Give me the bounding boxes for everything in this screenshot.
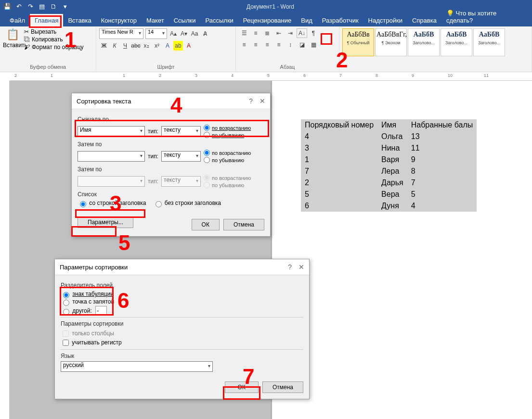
underline-button[interactable]: Ч bbox=[120, 41, 130, 51]
align-left-icon[interactable]: ≡ bbox=[239, 40, 249, 50]
table-row[interactable]: 2Дарья7 bbox=[301, 177, 477, 189]
case-check[interactable]: учитывать регистр bbox=[61, 339, 122, 346]
close-icon[interactable]: ✕ bbox=[260, 97, 265, 105]
lang-select[interactable]: русский bbox=[61, 361, 213, 372]
table-header: Набранные балы bbox=[407, 119, 477, 131]
sort2-desc-radio[interactable]: по убыванию bbox=[204, 157, 251, 163]
quick-print-icon[interactable]: ▤ bbox=[38, 2, 46, 11]
font-name-select[interactable]: Times New R bbox=[99, 28, 143, 39]
tab-insert[interactable]: Вставка bbox=[63, 14, 96, 26]
sort-field2-select[interactable] bbox=[78, 151, 145, 162]
help-icon[interactable]: ? bbox=[288, 263, 292, 271]
table-row[interactable]: 7Лера8 bbox=[301, 165, 477, 177]
align-center-icon[interactable]: ≡ bbox=[250, 40, 261, 50]
sort-button[interactable]: A↓ bbox=[297, 28, 307, 38]
sort-options-button[interactable]: Параметры... bbox=[78, 216, 133, 228]
no-header-radio[interactable]: без строки заголовка bbox=[153, 200, 221, 207]
sep-tab-radio[interactable]: знак табуляции bbox=[61, 291, 114, 297]
sort3-desc-label: по убыванию bbox=[212, 182, 244, 188]
decrease-indent-icon[interactable]: ⇤ bbox=[273, 28, 284, 38]
paste-button[interactable]: 📋 Вставить bbox=[3, 28, 22, 49]
document-table[interactable]: Порядковый номерИмяНабранные балы4Ольга1… bbox=[301, 119, 477, 212]
tab-help[interactable]: Справка bbox=[407, 14, 441, 26]
text-effects-icon[interactable]: A bbox=[163, 41, 172, 51]
show-marks-icon[interactable]: ¶ bbox=[308, 28, 319, 38]
grow-font-icon[interactable]: A▴ bbox=[169, 28, 178, 39]
style-item[interactable]: АаБбВЗаголово... bbox=[473, 28, 505, 56]
tab-file[interactable]: Файл bbox=[5, 14, 30, 26]
copy-button[interactable]: ⿻ Копировать bbox=[24, 36, 84, 43]
table-row[interactable]: 6Дуня4 bbox=[301, 200, 477, 212]
table-row[interactable]: 1Варя9 bbox=[301, 154, 477, 165]
dialog-sort-titlebar[interactable]: Сортировка текста ? ✕ bbox=[72, 93, 270, 109]
redo-icon[interactable]: ↷ bbox=[26, 2, 35, 11]
cut-button[interactable]: ✂ Вырезать bbox=[24, 28, 84, 35]
increase-indent-icon[interactable]: ⇥ bbox=[285, 28, 296, 38]
table-row[interactable]: 5Вера5 bbox=[301, 189, 477, 200]
superscript-button[interactable]: x² bbox=[152, 41, 162, 51]
line-spacing-icon[interactable]: ↕ bbox=[285, 40, 296, 50]
tab-view[interactable]: Вид bbox=[296, 14, 317, 26]
change-case-icon[interactable]: Aa bbox=[190, 28, 199, 39]
ruler-horizontal[interactable]: 211234567891011 bbox=[10, 72, 532, 81]
tab-mailings[interactable]: Рассылки bbox=[200, 14, 238, 26]
italic-button[interactable]: К bbox=[110, 41, 119, 51]
sort-type2-select[interactable]: тексту bbox=[161, 151, 201, 162]
sort1-desc-radio[interactable]: по убыванию bbox=[204, 132, 251, 138]
bold-button[interactable]: Ж bbox=[99, 41, 109, 51]
sort-desc-label: по убыванию bbox=[212, 132, 244, 138]
close-icon[interactable]: ✕ bbox=[298, 263, 304, 271]
tab-addins[interactable]: Надстройки bbox=[363, 14, 407, 26]
style-item[interactable]: АаБбВв¶ Обычный bbox=[342, 28, 374, 56]
sep-other-input[interactable] bbox=[95, 306, 107, 315]
case-label: учитывать регистр bbox=[72, 339, 121, 346]
tab-review[interactable]: Рецензирование bbox=[238, 14, 296, 26]
format-painter-button[interactable]: 🖌 Формат по образцу bbox=[24, 44, 84, 51]
sort2-asc-radio[interactable]: по возрастанию bbox=[204, 150, 251, 156]
undo-icon[interactable]: ↶ bbox=[14, 2, 23, 11]
sort-ok-button[interactable]: ОК bbox=[192, 219, 220, 230]
strike-button[interactable]: abc bbox=[131, 41, 141, 51]
bullet-list-icon[interactable]: ☰ bbox=[239, 28, 249, 38]
page[interactable]: Порядковый номерИмяНабранные балы4Ольга1… bbox=[272, 81, 532, 419]
qat-dropdown-icon[interactable]: ▾ bbox=[61, 2, 69, 11]
save-icon[interactable]: 💾 bbox=[3, 2, 12, 11]
clear-format-icon[interactable]: A̷ bbox=[201, 28, 209, 39]
borders-icon[interactable]: ▦ bbox=[308, 40, 319, 50]
number-list-icon[interactable]: ≡ bbox=[250, 28, 261, 38]
new-doc-icon[interactable]: 🗋 bbox=[49, 2, 58, 11]
align-right-icon[interactable]: ≡ bbox=[262, 40, 272, 50]
sort1-asc-radio[interactable]: по возрастанию bbox=[204, 125, 251, 131]
style-item[interactable]: АаБбВЗаголово... bbox=[441, 28, 472, 56]
options-ok-button[interactable]: ОК bbox=[225, 381, 259, 393]
highlight-icon[interactable]: ab bbox=[173, 41, 183, 51]
multilevel-list-icon[interactable]: ≣ bbox=[262, 28, 272, 38]
options-cancel-button[interactable]: Отмена bbox=[262, 381, 303, 393]
tab-layout[interactable]: Макет bbox=[142, 14, 169, 26]
help-icon[interactable]: ? bbox=[249, 97, 253, 105]
tellme-label: Что вы хотите сделать? bbox=[446, 10, 496, 24]
dialog-options-titlebar[interactable]: Параметры сортировки ? ✕ bbox=[55, 259, 309, 275]
ruler-vertical[interactable] bbox=[0, 81, 10, 419]
font-size-select[interactable]: 14 bbox=[145, 28, 167, 39]
font-color-icon[interactable]: A bbox=[184, 41, 194, 51]
justify-icon[interactable]: ≡ bbox=[273, 40, 284, 50]
tab-developer[interactable]: Разработчик bbox=[317, 14, 363, 26]
tab-references[interactable]: Ссылки bbox=[169, 14, 201, 26]
sep-semicolon-radio[interactable]: точка с запятой bbox=[61, 298, 114, 305]
sort-type1-select[interactable]: тексту bbox=[161, 126, 201, 137]
sep-other-radio[interactable]: другой: bbox=[61, 307, 92, 314]
sort-cancel-button[interactable]: Отмена bbox=[223, 219, 264, 230]
shrink-font-icon[interactable]: A▾ bbox=[180, 28, 188, 39]
style-item[interactable]: АаБбВвГг,¶ Эконом bbox=[375, 28, 407, 56]
group-font-label: Шрифт bbox=[99, 63, 233, 71]
subscript-button[interactable]: x₂ bbox=[142, 41, 151, 51]
shading-icon[interactable]: ◪ bbox=[297, 40, 307, 50]
sort-field1-select[interactable]: Имя bbox=[78, 126, 145, 137]
tab-design[interactable]: Конструктор bbox=[96, 14, 142, 26]
with-header-radio[interactable]: со строкой заголовка bbox=[78, 200, 146, 207]
table-row[interactable]: 3Нина11 bbox=[301, 142, 477, 154]
tab-home[interactable]: Главная bbox=[30, 14, 63, 26]
table-row[interactable]: 4Ольга13 bbox=[301, 131, 477, 142]
style-item[interactable]: АаБбВЗаголово... bbox=[408, 28, 440, 56]
